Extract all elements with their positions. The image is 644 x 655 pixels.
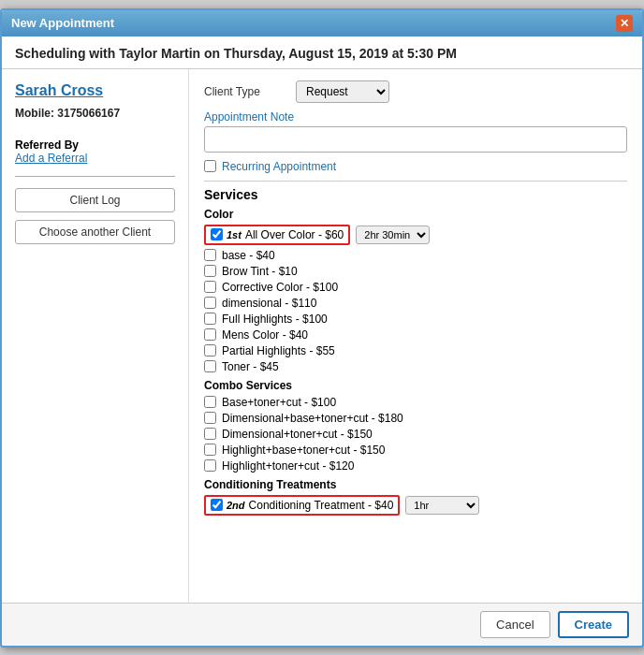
right-panel: Client Type Request Walk-In Regular Appo…	[189, 69, 642, 603]
client-name[interactable]: Sarah Cross	[15, 82, 175, 99]
appt-note-label: Appointment Note	[204, 110, 627, 124]
choose-another-client-button[interactable]: Choose another Client	[15, 220, 175, 244]
dialog-title: New Appointment	[11, 16, 114, 30]
close-button[interactable]: ✕	[616, 15, 633, 32]
hightonercut-label: Highlight+toner+cut - $120	[222, 459, 354, 473]
services-divider	[204, 181, 627, 182]
conditioning-label: Conditioning Treatment - $40	[249, 499, 394, 512]
base-label: base - $40	[222, 249, 275, 262]
mobile-label: Mobile:	[15, 107, 54, 120]
appt-note-input[interactable]	[204, 126, 627, 153]
conditioning-duration-select[interactable]: 30min 45min 1hr 1hr 30min 2hr	[405, 496, 479, 515]
left-divider	[15, 176, 175, 177]
first-box: 1st All Over Color - $60	[204, 225, 350, 245]
partialhighlights-checkbox[interactable]	[204, 344, 216, 357]
combo-section-title: Combo Services	[204, 379, 627, 392]
service-item-toner: Toner - $45	[204, 360, 627, 373]
service-item-corrective: Corrective Color - $100	[204, 281, 627, 294]
first-label: 1st	[227, 229, 242, 240]
second-label: 2nd	[227, 500, 245, 511]
service-item-highbasetonercut: Highlight+base+toner+cut - $150	[204, 444, 627, 457]
mobile-value: 3175066167	[57, 107, 120, 120]
cancel-button[interactable]: Cancel	[480, 611, 549, 638]
recurring-checkbox[interactable]	[204, 160, 216, 172]
recurring-label: Recurring Appointment	[222, 160, 336, 173]
fullhighlights-checkbox[interactable]	[204, 313, 216, 325]
dialog-body: Sarah Cross Mobile: 3175066167 Referred …	[2, 69, 642, 603]
basetonercut-checkbox[interactable]	[204, 396, 216, 408]
client-type-label: Client Type	[204, 85, 288, 98]
dimensional-label: dimensional - $110	[222, 297, 316, 310]
corrective-checkbox[interactable]	[204, 281, 216, 293]
service-item-dimbasetonercut: Dimensional+base+toner+cut - $180	[204, 412, 627, 425]
create-button[interactable]: Create	[558, 611, 629, 638]
client-type-row: Client Type Request Walk-In Regular	[204, 80, 627, 103]
left-panel: Sarah Cross Mobile: 3175066167 Referred …	[2, 69, 189, 603]
basetonercut-label: Base+toner+cut - $100	[222, 396, 336, 409]
toner-checkbox[interactable]	[204, 360, 216, 372]
service-item-conditioning: 2nd Conditioning Treatment - $40 30min 4…	[204, 495, 627, 516]
add-referral-link[interactable]: Add a Referral	[15, 152, 175, 165]
client-type-select[interactable]: Request Walk-In Regular	[296, 80, 389, 103]
dimensional-checkbox[interactable]	[204, 297, 216, 309]
partialhighlights-label: Partial Highlights - $55	[222, 344, 335, 357]
service-item-allover: 1st All Over Color - $60 30min 45min 1hr…	[204, 225, 627, 245]
dialog-footer: Cancel Create	[2, 603, 642, 646]
dimtonercut-checkbox[interactable]	[204, 428, 216, 440]
title-bar: New Appointment ✕	[2, 10, 642, 36]
referred-by-label: Referred By	[15, 138, 175, 152]
dimtonercut-label: Dimensional+toner+cut - $150	[222, 428, 373, 441]
service-item-dimensional: dimensional - $110	[204, 297, 627, 310]
hightonercut-checkbox[interactable]	[204, 459, 216, 472]
base-checkbox[interactable]	[204, 249, 216, 261]
brow-checkbox[interactable]	[204, 265, 216, 277]
service-item-partialhighlights: Partial Highlights - $55	[204, 344, 627, 357]
menscolor-checkbox[interactable]	[204, 328, 216, 341]
service-item-fullhighlights: Full Highlights - $100	[204, 313, 627, 326]
conditioning-checkbox[interactable]	[211, 499, 223, 511]
services-title: Services	[204, 187, 627, 202]
brow-label: Brow Tint - $10	[222, 265, 298, 278]
service-item-menscolor: Mens Color - $40	[204, 328, 627, 342]
allover-duration-select[interactable]: 30min 45min 1hr 1hr 30min 2hr 2hr 30min …	[356, 226, 430, 244]
dimbasetonercut-label: Dimensional+base+toner+cut - $180	[222, 412, 403, 425]
new-appointment-dialog: New Appointment ✕ Scheduling with Taylor…	[0, 8, 644, 648]
corrective-label: Corrective Color - $100	[222, 281, 338, 294]
dimbasetonercut-checkbox[interactable]	[204, 412, 216, 424]
service-item-dimtonercut: Dimensional+toner+cut - $150	[204, 428, 627, 441]
allover-label: All Over Color - $60	[245, 228, 344, 241]
service-item-brow: Brow Tint - $10	[204, 265, 627, 278]
dialog-subtitle: Scheduling with Taylor Martin on Thursda…	[2, 36, 642, 69]
allover-checkbox[interactable]	[211, 228, 223, 240]
service-item-base: base - $40	[204, 249, 627, 262]
appt-note-section: Appointment Note	[204, 110, 627, 160]
second-box: 2nd Conditioning Treatment - $40	[204, 495, 400, 516]
highbasetonercut-label: Highlight+base+toner+cut - $150	[222, 444, 385, 457]
toner-label: Toner - $45	[222, 360, 279, 373]
color-section-title: Color	[204, 208, 627, 221]
conditioning-section-title: Conditioning Treatments	[204, 478, 627, 491]
highbasetonercut-checkbox[interactable]	[204, 444, 216, 456]
client-log-button[interactable]: Client Log	[15, 188, 175, 212]
fullhighlights-label: Full Highlights - $100	[222, 313, 328, 326]
service-item-basetonercut: Base+toner+cut - $100	[204, 396, 627, 409]
client-mobile: Mobile: 3175066167	[15, 107, 175, 120]
menscolor-label: Mens Color - $40	[222, 328, 308, 342]
service-item-hightonercut: Highlight+toner+cut - $120	[204, 459, 627, 473]
recurring-row: Recurring Appointment	[204, 160, 627, 173]
